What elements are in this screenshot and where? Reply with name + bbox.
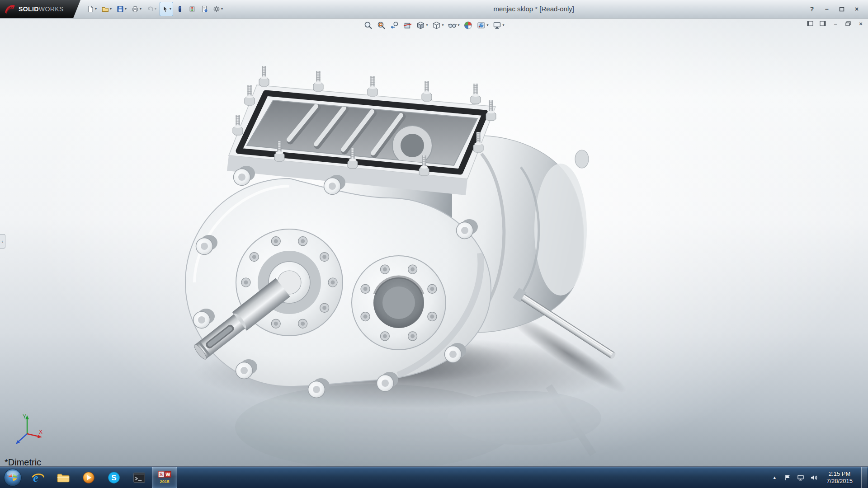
taskbar-solidworks[interactable]: S W 2015 <box>152 467 177 488</box>
dropdown-icon[interactable]: ▾ <box>125 7 127 11</box>
apply-scene-button[interactable]: ▾ <box>476 20 490 30</box>
save-icon <box>117 5 124 13</box>
clock-date: 7/28/2015 <box>826 478 853 485</box>
taskbar-command-window[interactable] <box>127 467 152 488</box>
xpress-products-icon <box>176 5 184 13</box>
solidworks-year-badge: 2015 <box>160 479 170 484</box>
view-orientation-label: *Dimetric <box>5 457 41 466</box>
show-hidden-icons-button[interactable]: ▴ <box>770 474 778 482</box>
display-style-button[interactable]: ▾ <box>431 20 444 30</box>
open-folder-icon <box>102 5 109 13</box>
reference-triad[interactable]: Y X <box>11 413 45 447</box>
svg-text:S: S <box>111 473 116 482</box>
glasses-icon <box>448 21 457 30</box>
print-button[interactable]: ▾ <box>130 2 143 16</box>
restore-icon <box>845 21 851 26</box>
pane-right-icon <box>820 21 826 26</box>
skype-icon: S <box>107 471 121 484</box>
rebuild-button[interactable] <box>187 2 198 16</box>
taskbar-skype[interactable]: S <box>101 467 127 488</box>
taskbar-media-player[interactable] <box>76 467 101 488</box>
show-desktop-button[interactable] <box>861 467 867 488</box>
clock-time: 2:15 PM <box>826 470 853 478</box>
close-button[interactable]: × <box>853 5 861 13</box>
file-properties-button[interactable] <box>199 2 210 16</box>
display-style-icon <box>432 21 441 30</box>
edit-appearance-button[interactable] <box>463 20 474 30</box>
window-controls: ? – × <box>808 5 868 13</box>
appearance-ball-icon <box>464 21 473 30</box>
xpress-products-button[interactable] <box>175 2 185 16</box>
undo-icon <box>146 5 154 13</box>
model-viewport[interactable]: ▾ ▾ ▾ <box>0 18 868 466</box>
minimize-button[interactable]: – <box>823 5 831 13</box>
solidworks-logo: SOLIDWORKS <box>0 0 80 18</box>
taskbar: e S <box>0 466 868 488</box>
triad-y-label: Y <box>23 413 26 420</box>
view-orientation-button[interactable]: ▾ <box>415 20 429 30</box>
headsup-view-toolbar: ▾ ▾ ▾ <box>359 19 509 31</box>
restore-document-button[interactable] <box>844 20 852 27</box>
section-view-button[interactable] <box>402 20 413 30</box>
view-settings-button[interactable]: ▾ <box>492 20 505 30</box>
view-orientation-cube-icon <box>416 21 425 30</box>
dropdown-icon[interactable]: ▾ <box>442 23 443 27</box>
volume-icon[interactable] <box>810 474 818 482</box>
dropdown-icon[interactable]: ▾ <box>221 7 223 11</box>
options-button[interactable]: ▾ <box>211 2 225 16</box>
select-button[interactable]: ▾ <box>160 2 173 16</box>
dropdown-icon[interactable]: ▾ <box>426 23 428 27</box>
start-button[interactable] <box>0 467 25 488</box>
output-bore <box>352 256 446 350</box>
dropdown-icon[interactable]: ▾ <box>155 7 156 11</box>
dropdown-icon[interactable]: ▾ <box>110 7 112 11</box>
undo-button[interactable]: ▾ <box>145 2 158 16</box>
view-settings-icon <box>493 21 502 30</box>
zoom-to-area-button[interactable] <box>376 20 387 30</box>
new-document-button[interactable]: ▾ <box>85 2 99 16</box>
svg-text:e: e <box>33 471 38 484</box>
dropdown-icon[interactable]: ▾ <box>170 7 171 11</box>
media-player-icon <box>82 471 95 484</box>
solidworks-window: SOLIDWORKS ▾ ▾ ▾ <box>0 0 868 488</box>
solidworks-app-icon: S W 2015 <box>157 470 172 485</box>
featuremanager-pane-button[interactable] <box>807 20 814 27</box>
display-settings-icon[interactable] <box>797 474 805 482</box>
select-cursor-icon <box>161 5 169 13</box>
display-pane-button[interactable] <box>819 20 826 27</box>
save-button[interactable]: ▾ <box>115 2 128 16</box>
previous-view-icon <box>390 21 399 30</box>
system-tray: ▴ 2:15 PM <box>770 467 868 488</box>
help-button[interactable]: ? <box>808 5 816 13</box>
command-window-icon <box>132 471 146 484</box>
gearbox-model <box>0 18 868 466</box>
print-icon <box>132 5 139 13</box>
file-properties-icon <box>201 5 208 13</box>
taskbar-windows-explorer[interactable] <box>51 467 76 488</box>
windows-start-orb-icon <box>3 468 22 487</box>
folder-icon <box>57 471 70 484</box>
svg-text:W: W <box>165 471 170 477</box>
zoom-to-area-icon <box>377 21 386 30</box>
dropdown-icon[interactable]: ▾ <box>140 7 142 11</box>
options-gear-icon <box>213 5 220 13</box>
taskbar-internet-explorer[interactable]: e <box>25 467 51 488</box>
document-window-controls: – × <box>807 20 864 27</box>
taskbar-clock[interactable]: 2:15 PM 7/28/2015 <box>823 470 856 485</box>
dropdown-icon[interactable]: ▾ <box>503 23 505 27</box>
zoom-to-fit-button[interactable] <box>363 20 373 30</box>
minimize-document-button[interactable]: – <box>832 20 839 27</box>
section-view-icon <box>403 21 412 30</box>
action-center-flag-icon[interactable] <box>783 474 792 482</box>
zoom-to-fit-icon <box>363 21 373 30</box>
dropdown-icon[interactable]: ▾ <box>458 23 459 27</box>
close-document-button[interactable]: × <box>857 20 864 27</box>
previous-view-button[interactable] <box>389 20 400 30</box>
open-button[interactable]: ▾ <box>100 2 113 16</box>
dropdown-icon[interactable]: ▾ <box>95 7 97 11</box>
maximize-button[interactable] <box>838 5 846 13</box>
featuremanager-collapsed-tab[interactable]: ‹ <box>0 234 5 249</box>
dropdown-icon[interactable]: ▾ <box>487 23 489 27</box>
main-toolbar: ▾ ▾ ▾ ▾ <box>85 2 225 16</box>
hide-show-items-button[interactable]: ▾ <box>447 20 460 30</box>
